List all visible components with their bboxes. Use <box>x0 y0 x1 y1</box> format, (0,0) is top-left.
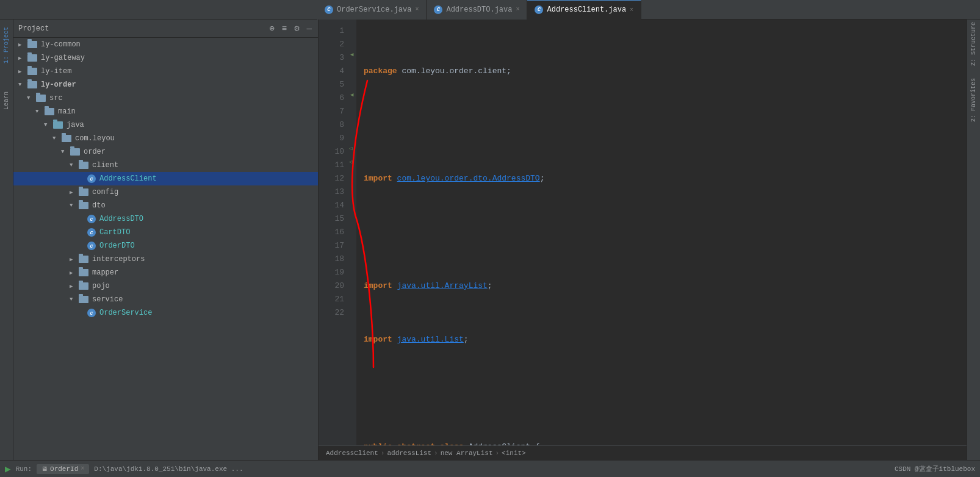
code-line-3: import com.leyou.order.dto.AddressDTO; <box>364 172 967 185</box>
side-tab-structure[interactable]: Z: Structure <box>970 22 977 66</box>
bottom-bar: ▶ Run: 🖥 OrderId × D:\java\jdk1.8.0_251\… <box>0 460 980 477</box>
close-tab-AddressClient[interactable]: × <box>630 7 633 13</box>
tree-item-OrderService[interactable]: C OrderService <box>13 306 318 320</box>
item-label-AddressDTO: AddressDTO <box>99 215 143 223</box>
panel-hide-btn[interactable]: — <box>306 23 313 35</box>
item-label: com.leyou <box>75 134 115 143</box>
item-label: config <box>92 188 118 196</box>
folder-icon <box>79 202 88 209</box>
tree-item-mapper[interactable]: ▶ mapper <box>13 266 318 279</box>
run-label: Run: <box>16 465 32 473</box>
code-line-4 <box>364 226 967 239</box>
tab-AddressDTO[interactable]: C AddressDTO.java × <box>427 0 527 20</box>
arrow-icon: ▼ <box>35 109 43 115</box>
tree-area[interactable]: ▶ ly-common ▶ ly-gateway ▶ ly-item <box>13 38 318 460</box>
code-lines[interactable]: package com.leyou.order.client; import c… <box>356 20 967 445</box>
app-container: C OrderService.java × C AddressDTO.java … <box>0 0 980 477</box>
code-line-1: package com.leyou.order.client; <box>364 65 967 78</box>
breadcrumb-bar: AddressClient › addressList › new ArrayL… <box>319 445 967 460</box>
item-label: ly-order <box>41 81 76 89</box>
code-content: 1 2 3 4 5 6 7 8 9 10 11 12 13 14 15 16 1 <box>319 20 967 445</box>
bottom-path: D:\java\jdk1.8.0_251\bin\java.exe ... <box>94 465 890 473</box>
tree-item-src[interactable]: ▼ src <box>13 91 318 105</box>
tab-OrderService[interactable]: C OrderService.java × <box>317 0 427 20</box>
code-line-7 <box>364 387 967 400</box>
run-tab-close[interactable]: × <box>81 465 84 472</box>
panel-collapse-btn[interactable]: ≡ <box>281 23 288 35</box>
tree-item-ly-gateway[interactable]: ▶ ly-gateway <box>13 51 318 65</box>
tree-item-java[interactable]: ▼ java <box>13 118 318 132</box>
tree-item-dto[interactable]: ▼ dto <box>13 199 318 212</box>
tree-item-pojo[interactable]: ▶ pojo <box>13 279 318 293</box>
tree-item-AddressClient[interactable]: C AddressClient <box>13 172 318 185</box>
arrow-icon: ▼ <box>61 149 68 155</box>
item-label-OrderDTO: OrderDTO <box>99 242 135 250</box>
breadcrumb-sep-3: › <box>495 450 500 457</box>
side-tabs: 1: Project Learn <box>0 20 13 460</box>
gutter: ◀ ◀ ◁ ◁ <box>349 20 356 445</box>
item-label: dto <box>92 201 106 210</box>
tree-item-interceptors[interactable]: ▶ interceptors <box>13 253 318 266</box>
folder-icon <box>36 95 46 102</box>
tree-item-comleyou[interactable]: ▼ com.leyou <box>13 132 318 145</box>
folder-icon <box>79 162 88 169</box>
close-tab-OrderService[interactable]: × <box>415 6 419 13</box>
tab-bar: C OrderService.java × C AddressDTO.java … <box>0 0 980 20</box>
side-tab-learn[interactable]: Learn <box>2 87 11 115</box>
tree-item-ly-item[interactable]: ▶ ly-item <box>13 65 318 78</box>
arrow-icon: ▼ <box>70 296 77 303</box>
panel-header: Project ⊕ ≡ ⚙ — <box>13 20 318 38</box>
arrow-icon: ▼ <box>52 135 60 142</box>
folder-icon <box>79 269 88 276</box>
item-label: ly-common <box>41 40 81 49</box>
tree-item-config[interactable]: ▶ config <box>13 185 318 199</box>
breadcrumb-part-4: <init> <box>502 450 526 457</box>
tree-item-main[interactable]: ▼ main <box>13 105 318 118</box>
arrow-icon: ▼ <box>18 82 26 88</box>
item-label-CartDTO: CartDTO <box>99 228 130 237</box>
breadcrumb-sep-2: › <box>434 450 438 457</box>
breadcrumb-sep-1: › <box>381 450 385 457</box>
breadcrumb-part-2: addressList <box>387 450 431 457</box>
tree-item-ly-common[interactable]: ▶ ly-common <box>13 38 318 51</box>
tab-label-AddressClient: AddressClient.java <box>547 5 626 14</box>
close-tab-AddressDTO[interactable]: × <box>516 6 519 13</box>
tree-item-OrderDTO[interactable]: C OrderDTO <box>13 239 318 253</box>
tree-item-ly-order[interactable]: ▼ ly-order <box>13 78 318 91</box>
folder-icon <box>27 81 37 88</box>
code-line-8: public abstract class AddressClient { <box>364 440 967 445</box>
folder-icon <box>27 41 37 48</box>
arrow-icon: ▼ <box>27 95 34 101</box>
arrow-icon: ▼ <box>70 162 77 168</box>
item-label: java <box>67 121 84 129</box>
tree-item-AddressDTO[interactable]: C AddressDTO <box>13 212 318 226</box>
code-line-5: import java.util.ArrayList; <box>364 279 967 293</box>
tree-item-service[interactable]: ▼ service <box>13 293 318 306</box>
item-label: client <box>92 161 118 170</box>
item-label: service <box>92 295 123 304</box>
tab-label-AddressDTO: AddressDTO.java <box>446 5 512 14</box>
folder-icon <box>79 296 88 303</box>
panel-add-btn[interactable]: ⊕ <box>268 22 275 35</box>
class-icon: C <box>87 215 96 223</box>
tree-item-client[interactable]: ▼ client <box>13 159 318 172</box>
tab-AddressClient[interactable]: C AddressClient.java × <box>527 0 641 20</box>
arrow-icon: ▼ <box>44 122 51 128</box>
right-side-panel: Z: Structure 2: Favorites <box>967 20 980 460</box>
arrow-icon: ▶ <box>18 55 26 62</box>
run-play-btn[interactable]: ▶ <box>5 463 11 475</box>
tree-item-CartDTO[interactable]: C CartDTO <box>13 226 318 239</box>
run-tab[interactable]: 🖥 OrderId × <box>37 464 89 474</box>
tree-item-order[interactable]: ▼ order <box>13 145 318 159</box>
item-label: mapper <box>92 268 118 277</box>
panel-settings-btn[interactable]: ⚙ <box>293 22 300 35</box>
folder-icon <box>62 135 71 142</box>
item-label: pojo <box>92 282 110 290</box>
run-tab-icon: 🖥 <box>41 465 48 473</box>
side-tab-project[interactable]: 1: Project <box>2 22 11 68</box>
folder-icon <box>27 54 37 62</box>
side-tab-favorites[interactable]: 2: Favorites <box>970 78 977 122</box>
class-icon: C <box>87 174 96 183</box>
folder-icon-blue <box>53 121 63 129</box>
tab-icon-OrderService: C <box>325 5 333 14</box>
